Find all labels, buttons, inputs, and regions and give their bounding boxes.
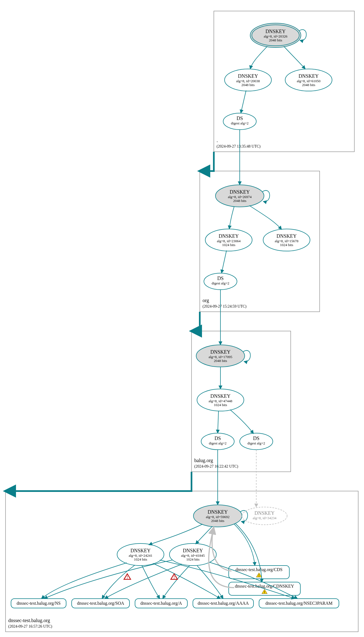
- rr-cds-node: dnssec-test.balug.org/CDS !: [229, 566, 289, 579]
- svg-text:dnssec-test.balug.org/AAAA: dnssec-test.balug.org/AAAA: [198, 601, 249, 606]
- rr-aaaa-node: dnssec-test.balug.org/AAAA: [193, 599, 254, 608]
- balug-ds1-node: DS digest alg=2: [201, 433, 234, 450]
- svg-text:dnssec-test.balug.org/SOA: dnssec-test.balug.org/SOA: [77, 601, 124, 606]
- svg-text:DNSKEY: DNSKEY: [238, 73, 258, 79]
- svg-text:alg=8, id=20326: alg=8, id=20326: [264, 34, 288, 38]
- zone-dnssec-name: dnssec-test.balug.org: [8, 618, 50, 623]
- svg-text:alg=8, id=61050: alg=8, id=61050: [297, 79, 320, 83]
- dnssec-zsk-24241-node: DNSKEY alg=8, id=24241 1024 bits: [117, 543, 164, 566]
- svg-text:alg=8, id=15678: alg=8, id=15678: [275, 239, 298, 243]
- svg-text:dnssec-test.balug.org/CDS: dnssec-test.balug.org/CDS: [236, 567, 282, 572]
- svg-text:1024 bits: 1024 bits: [280, 243, 293, 247]
- svg-text:dnssec-test.balug.org/NS: dnssec-test.balug.org/NS: [17, 601, 61, 606]
- zone-org-name: org: [203, 298, 209, 303]
- svg-text:DNSKEY: DNSKEY: [265, 29, 285, 34]
- svg-text:DS: DS: [236, 116, 243, 121]
- org-zsk-23064-node: DNSKEY alg=8, id=23064 1024 bits: [205, 229, 252, 251]
- root-zsk-61050-node: DNSKEY alg=8, id=61050 2048 bits: [285, 69, 332, 91]
- svg-text:1024 bits: 1024 bits: [134, 557, 147, 561]
- svg-text:digest alg=2: digest alg=2: [212, 281, 229, 285]
- svg-text:dnssec-test.balug.org/CDNSKEY: dnssec-test.balug.org/CDNSKEY: [235, 584, 294, 589]
- svg-text:alg=8, id=24241: alg=8, id=24241: [129, 553, 152, 558]
- svg-text:DNSKEY: DNSKEY: [276, 233, 296, 239]
- svg-text:2048 bits: 2048 bits: [233, 199, 246, 203]
- svg-text:!: !: [174, 575, 175, 579]
- error-icon: !: [124, 574, 131, 579]
- svg-text:DNSKEY: DNSKEY: [130, 548, 150, 553]
- zone-dnssec-time: (2024-09-27 16:57:26 UTC): [8, 624, 52, 629]
- svg-text:1024 bits: 1024 bits: [186, 557, 199, 561]
- svg-text:digest alg=2: digest alg=2: [247, 441, 265, 445]
- dnssec-chain-diagram: . (2024-09-27 13:35:48 UTC) org (2024-09…: [0, 0, 364, 637]
- svg-text:2048 bits: 2048 bits: [211, 519, 224, 523]
- svg-text:DS: DS: [253, 436, 259, 441]
- org-ksk-node: DNSKEY alg=8, id=26974 2048 bits: [215, 185, 264, 207]
- svg-text:DNSKEY: DNSKEY: [210, 349, 230, 355]
- zone-root-name: .: [217, 138, 218, 143]
- root-zsk-20038-node: DNSKEY alg=8, id=20038 2048 bits: [225, 69, 271, 91]
- root-ksk-node: DNSKEY alg=8, id=20326 2048 bits: [250, 23, 301, 47]
- zone-balug-name: balug.org: [194, 458, 213, 463]
- svg-text:alg=8, id=20038: alg=8, id=20038: [236, 79, 260, 83]
- svg-text:!: !: [258, 574, 260, 577]
- rr-nsec3param-node: dnssec-test.balug.org/NSEC3PARAM: [259, 599, 339, 608]
- balug-zsk-node: DNSKEY alg=8, id=47448 1024 bits: [197, 389, 244, 411]
- svg-text:alg=8, id=59692: alg=8, id=59692: [206, 515, 230, 519]
- svg-text:digest alg=2: digest alg=2: [231, 121, 249, 125]
- balug-ds2-node: DS digest alg=2: [240, 433, 273, 450]
- rr-a-node: dnssec-test.balug.org/A: [135, 599, 187, 608]
- svg-text:DNSKEY: DNSKEY: [230, 189, 250, 195]
- svg-text:digest alg=2: digest alg=2: [209, 441, 227, 445]
- zone-root-time: (2024-09-27 13:35:48 UTC): [217, 144, 261, 149]
- svg-text:DNSKEY: DNSKEY: [254, 510, 274, 516]
- svg-text:2048 bits: 2048 bits: [302, 83, 315, 87]
- svg-text:dnssec-test.balug.org/NSEC3PAR: dnssec-test.balug.org/NSEC3PARAM: [265, 601, 333, 606]
- svg-text:DS: DS: [217, 276, 223, 281]
- svg-text:alg=8, id=47448: alg=8, id=47448: [209, 399, 232, 403]
- svg-text:DNSKEY: DNSKEY: [219, 233, 239, 239]
- org-ds-node: DS digest alg=2: [204, 273, 237, 290]
- svg-text:alg=8, id=26974: alg=8, id=26974: [228, 195, 252, 199]
- svg-text:!: !: [264, 590, 265, 594]
- svg-text:alg=8, id=41845: alg=8, id=41845: [181, 553, 205, 558]
- rr-soa-node: dnssec-test.balug.org/SOA: [72, 599, 130, 608]
- dnssec-ghost-key-node: DNSKEY alg=8, id=34234: [242, 507, 287, 525]
- svg-text:DNSKEY: DNSKEY: [298, 73, 319, 79]
- svg-text:2048 bits: 2048 bits: [269, 38, 282, 42]
- svg-text:DNSKEY: DNSKEY: [183, 548, 203, 553]
- svg-text:1024 bits: 1024 bits: [214, 403, 227, 407]
- svg-text:dnssec-test.balug.org/A: dnssec-test.balug.org/A: [141, 601, 182, 606]
- dnssec-ksk-node: DNSKEY alg=8, id=59692 2048 bits: [193, 505, 242, 527]
- zone-balug-time: (2024-09-27 16:22:42 UTC): [194, 464, 238, 469]
- svg-text:DNSKEY: DNSKEY: [210, 393, 230, 399]
- svg-text:DNSKEY: DNSKEY: [207, 509, 228, 515]
- svg-text:!: !: [127, 575, 128, 579]
- svg-text:alg=8, id=17095: alg=8, id=17095: [209, 355, 232, 359]
- root-ds-node: DS digest alg=2: [223, 113, 256, 130]
- svg-text:alg=8, id=23064: alg=8, id=23064: [217, 239, 241, 243]
- org-zsk-15678-node: DNSKEY alg=8, id=15678 1024 bits: [263, 229, 310, 251]
- balug-ksk-node: DNSKEY alg=8, id=17095 2048 bits: [196, 345, 245, 367]
- svg-text:2048 bits: 2048 bits: [241, 83, 255, 87]
- zone-org-time: (2024-09-27 15:24:59 UTC): [203, 304, 247, 309]
- rr-ns-node: dnssec-test.balug.org/NS: [11, 599, 66, 608]
- svg-text:1024 bits: 1024 bits: [222, 243, 235, 247]
- svg-text:2048 bits: 2048 bits: [214, 359, 227, 363]
- svg-text:alg=8, id=34234: alg=8, id=34234: [253, 516, 277, 520]
- svg-text:DS: DS: [214, 436, 221, 441]
